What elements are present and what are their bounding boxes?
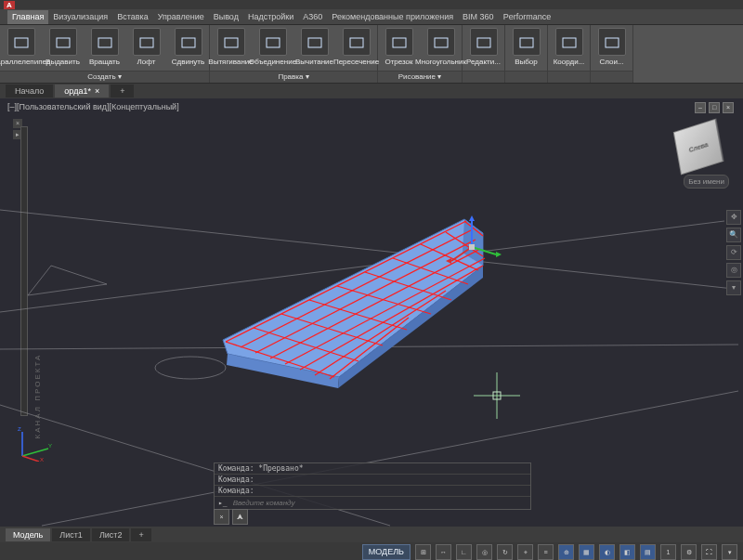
ribbon-panel: ВытягиваниеОбъединениеВычитаниеПересечен… <box>210 25 378 83</box>
status-toggle-5[interactable]: ⌖ <box>517 544 533 560</box>
nav-bar: ✥ 🔍 ⟳ ◎ ▾ <box>726 210 741 295</box>
layout-tab[interactable]: Модель <box>6 528 50 541</box>
revolve-button[interactable]: Вращать <box>84 25 125 71</box>
polygon-icon <box>427 28 455 56</box>
cmd-history-line: Команда: <box>215 486 530 497</box>
file-tab[interactable]: Начало <box>6 85 53 98</box>
panel-label[interactable]: Создать ▾ <box>0 71 209 83</box>
file-tab-bar: Началоорда1*×+ <box>0 84 743 98</box>
selection-icon <box>513 28 541 56</box>
status-toggle-14[interactable]: ⛶ <box>701 544 717 560</box>
union-button[interactable]: Объединение <box>252 25 293 71</box>
file-tab[interactable]: орда1*× <box>55 85 109 98</box>
wheel-icon[interactable]: ◎ <box>726 263 741 278</box>
cmd-toolbar: × ⮝ <box>214 509 248 525</box>
status-toggle-10[interactable]: ◧ <box>619 544 635 560</box>
panel-label[interactable] <box>548 71 590 83</box>
svg-rect-9 <box>393 38 406 47</box>
status-toggle-4[interactable]: ↻ <box>497 544 513 560</box>
coords-button[interactable]: Коорди... <box>548 25 590 71</box>
app-icon: A <box>4 1 15 9</box>
button-label: Выбор <box>515 58 538 66</box>
subtract-icon <box>301 28 329 56</box>
status-toggle-0[interactable]: ⊞ <box>415 544 431 560</box>
cmd-expand-icon[interactable]: ⮝ <box>232 509 248 525</box>
loft-button[interactable]: Лофт <box>125 25 167 71</box>
svg-rect-0 <box>15 38 28 47</box>
ribbon-tab[interactable]: Вывод <box>209 10 243 24</box>
space-toggle[interactable]: МОДЕЛЬ <box>362 544 411 560</box>
status-toggle-1[interactable]: ↔ <box>436 544 451 560</box>
svg-rect-4 <box>182 38 195 47</box>
ribbon-tab[interactable]: Управление <box>153 10 209 24</box>
status-toggle-13[interactable]: ⚙ <box>681 544 697 560</box>
panel-label[interactable] <box>463 71 504 83</box>
ribbon-tab[interactable]: A360 <box>298 10 327 24</box>
extrude-icon <box>49 28 77 56</box>
presspull-button[interactable]: Вытягивание <box>210 25 252 71</box>
polygon-button[interactable]: Многоугольник <box>420 25 462 71</box>
svg-text:X: X <box>40 457 44 462</box>
zoom-icon[interactable]: 🔍 <box>726 228 741 242</box>
orbit-icon[interactable]: ⟳ <box>726 245 741 260</box>
ribbon-tab[interactable]: Вставка <box>112 10 152 24</box>
status-toggle-2[interactable]: ∟ <box>456 544 472 560</box>
ribbon-panel: Выбор <box>505 25 548 83</box>
box-button[interactable]: Параллелепипед <box>0 25 42 71</box>
selection-button[interactable]: Выбор <box>505 25 547 71</box>
more-nav-icon[interactable]: ▾ <box>726 280 741 295</box>
line-icon <box>385 28 413 56</box>
ribbon-tab[interactable]: Надстройки <box>243 10 298 24</box>
svg-rect-2 <box>98 38 111 47</box>
ribbon-tab[interactable]: Performance <box>499 10 556 24</box>
close-tab-icon[interactable]: × <box>95 85 99 98</box>
line-button[interactable]: Отрезок <box>378 25 420 71</box>
svg-rect-7 <box>308 38 321 47</box>
ribbon-tab[interactable]: Визуализация <box>48 10 112 24</box>
panel-label[interactable]: Рисование ▾ <box>378 71 462 83</box>
sweep-button[interactable]: Сдвинуть <box>167 25 209 71</box>
svg-rect-1 <box>57 38 70 47</box>
intersect-button[interactable]: Пересечение <box>335 25 377 71</box>
status-toggle-9[interactable]: ◐ <box>599 544 615 560</box>
panel-label[interactable] <box>591 71 632 83</box>
layers-button[interactable]: Слои... <box>591 25 632 71</box>
layout-tab[interactable]: Лист1 <box>52 528 90 541</box>
ribbon: ПараллелепипедВыдавитьВращатьЛофтСдвинут… <box>0 25 743 84</box>
project-sidebar-label[interactable]: КАНАЛ ПРОЕКТА <box>33 354 42 439</box>
status-toggle-12[interactable]: 1 <box>660 544 676 560</box>
button-label: Отрезок <box>385 58 412 66</box>
ribbon-tab[interactable]: Рекомендованные приложения <box>327 10 458 24</box>
svg-rect-12 <box>520 38 533 47</box>
new-tab-button[interactable]: + <box>111 85 134 98</box>
button-label: Сдвинуть <box>172 58 204 66</box>
button-label: Объединение <box>249 58 296 66</box>
new-layout-button[interactable]: + <box>131 528 150 541</box>
nav-hint[interactable]: Без имени <box>684 175 729 189</box>
layout-tab[interactable]: Лист2 <box>92 528 130 541</box>
extrude-button[interactable]: Выдавить <box>42 25 84 71</box>
svg-rect-14 <box>606 38 619 47</box>
edit-button[interactable]: Редакти... <box>463 25 504 71</box>
pan-icon[interactable]: ✥ <box>726 210 741 225</box>
panel-label[interactable]: Правка ▾ <box>210 71 377 83</box>
layers-icon <box>598 28 626 56</box>
status-toggle-7[interactable]: ⊕ <box>558 544 574 560</box>
status-toggle-3[interactable]: ◎ <box>476 544 492 560</box>
status-toggle-8[interactable]: ▦ <box>579 544 594 560</box>
status-toggle-11[interactable]: ▤ <box>640 544 656 560</box>
svg-marker-20 <box>28 266 107 295</box>
cmd-close-icon[interactable]: × <box>214 509 229 525</box>
edit-icon <box>470 28 498 56</box>
command-input[interactable] <box>231 498 527 508</box>
status-toggle-6[interactable]: ≡ <box>538 544 554 560</box>
svg-rect-5 <box>225 38 238 47</box>
button-label: Вытягивание <box>208 58 253 66</box>
viewport[interactable]: [–][Пользовательский вид][Концептуальный… <box>0 98 743 527</box>
panel-label[interactable] <box>505 71 547 83</box>
status-toggle-15[interactable]: ▾ <box>722 544 737 560</box>
subtract-button[interactable]: Вычитание <box>293 25 335 71</box>
ribbon-tab[interactable]: BIM 360 <box>458 10 499 24</box>
ribbon-tab[interactable]: Главная <box>7 10 48 24</box>
command-line[interactable]: Команда: *Прервано* Команда: Команда: ▸_ <box>214 462 531 510</box>
